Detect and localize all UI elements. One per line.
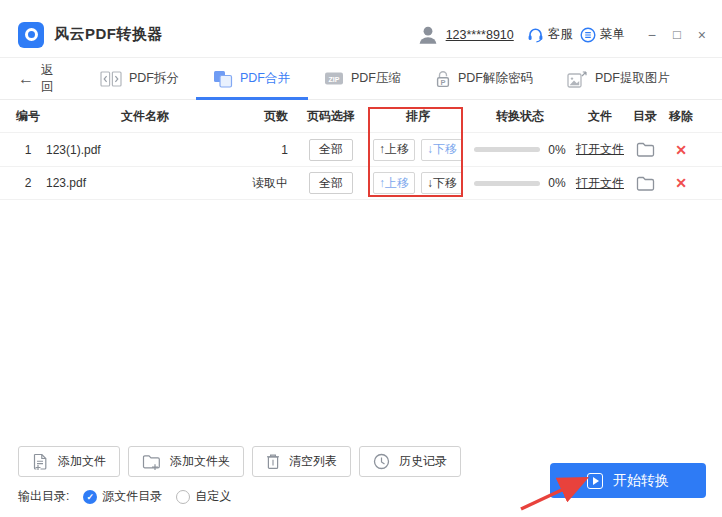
file-name: 123.pdf <box>42 176 248 190</box>
pdf-split-icon <box>100 71 122 87</box>
headset-icon <box>527 27 544 43</box>
sort-cell: ↑上移 ↓下移 <box>373 139 463 161</box>
file-table: 编号 文件名称 页数 页码选择 排序 转换状态 文件 目录 移除 1 123(1… <box>0 100 722 200</box>
table-row: 2 123.pdf 读取中 全部 ↑上移 ↓下移 0% 打开文件 ✕ <box>0 166 722 200</box>
pdf-zip-icon: ZIP <box>324 71 344 86</box>
table-row: 1 123(1).pdf 1 全部 ↑上移 ↓下移 0% 打开文件 ✕ <box>0 132 722 166</box>
back-button[interactable]: ← 返回 <box>18 62 58 96</box>
history-button[interactable]: 历史记录 <box>359 446 461 477</box>
tab-pdf-extract-images[interactable]: PDF提取图片 <box>567 58 670 99</box>
pdf-merge-icon <box>213 70 233 88</box>
col-header-sort: 排序 <box>406 108 430 125</box>
remove-button[interactable]: ✕ <box>675 175 687 191</box>
move-up-button[interactable]: ↑上移 <box>373 139 415 161</box>
file-name: 123(1).pdf <box>42 143 248 157</box>
tab-pdf-unlock-label: PDF解除密码 <box>458 70 533 87</box>
page-select-button[interactable]: 全部 <box>309 172 353 194</box>
minimize-button[interactable]: − <box>648 28 656 42</box>
progress-percent: 0% <box>548 176 565 190</box>
app-logo-icon <box>18 22 44 48</box>
radio-source-directory[interactable]: ✓ 源文件目录 <box>83 488 162 505</box>
svg-text:ZIP: ZIP <box>329 76 340 83</box>
open-file-link[interactable]: 打开文件 <box>576 141 624 158</box>
clear-list-button[interactable]: 清空列表 <box>252 446 351 477</box>
page-count: 读取中 <box>252 175 294 192</box>
add-folder-icon <box>142 454 161 470</box>
tab-pdf-unlock[interactable]: P PDF解除密码 <box>435 58 533 99</box>
folder-icon <box>636 176 655 191</box>
col-header-page-select: 页码选择 <box>307 108 355 125</box>
tab-pdf-compress-label: PDF压缩 <box>351 70 401 87</box>
conversion-status-cell: 0% <box>474 143 565 157</box>
add-folder-button[interactable]: 添加文件夹 <box>128 446 244 477</box>
unlock-icon: P <box>435 70 451 88</box>
radio-custom-directory[interactable]: 自定义 <box>176 488 231 505</box>
col-header-remove: 移除 <box>669 108 693 125</box>
tab-pdf-merge[interactable]: PDF合并 <box>213 58 290 99</box>
col-header-status: 转换状态 <box>496 108 544 125</box>
folder-icon <box>636 142 655 157</box>
open-directory-button[interactable] <box>636 142 655 157</box>
menu-button[interactable]: 菜单 <box>580 26 625 43</box>
trash-icon <box>266 453 280 470</box>
col-header-pages: 页数 <box>264 108 294 125</box>
bottom-toolbar: 添加文件 添加文件夹 清空列表 历史记录 <box>18 446 461 477</box>
conversion-status-cell: 0% <box>474 176 565 190</box>
progress-percent: 0% <box>548 143 565 157</box>
customer-service-button[interactable]: 客服 <box>527 26 573 43</box>
start-conversion-button[interactable]: 开始转换 <box>550 463 706 498</box>
col-header-file: 文件 <box>588 108 612 125</box>
tab-pdf-compress[interactable]: ZIP PDF压缩 <box>324 58 401 99</box>
tab-pdf-merge-label: PDF合并 <box>240 70 290 87</box>
move-down-button[interactable]: ↓下移 <box>421 172 463 194</box>
table-header-row: 编号 文件名称 页数 页码选择 排序 转换状态 文件 目录 移除 <box>0 100 722 132</box>
menu-label: 菜单 <box>600 26 625 43</box>
app-title: 风云PDF转换器 <box>54 25 163 44</box>
radio-unchecked-icon <box>176 490 190 504</box>
col-header-directory: 目录 <box>633 108 657 125</box>
tab-bar: ← 返回 PDF拆分 PDF合并 ZIP PDF压缩 P PDF解除密码 <box>0 58 722 100</box>
start-conversion-label: 开始转换 <box>613 472 669 490</box>
svg-text:P: P <box>440 77 445 86</box>
move-up-button[interactable]: ↑上移 <box>373 172 415 194</box>
progress-bar <box>474 181 540 186</box>
output-directory-row: 输出目录: ✓ 源文件目录 自定义 <box>18 488 231 505</box>
play-icon <box>587 473 603 489</box>
tab-pdf-split-label: PDF拆分 <box>129 70 179 87</box>
row-number: 1 <box>25 143 32 157</box>
open-directory-button[interactable] <box>636 176 655 191</box>
sort-cell: ↑上移 ↓下移 <box>373 172 463 194</box>
output-directory-label: 输出目录: <box>18 488 69 505</box>
app-window: 风云PDF转换器 123****8910 客服 菜单 − □ × <box>0 0 722 517</box>
history-label: 历史记录 <box>399 453 447 470</box>
menu-icon <box>580 27 596 43</box>
avatar-icon <box>417 24 439 46</box>
radio-source-directory-label: 源文件目录 <box>102 488 162 505</box>
extract-image-icon <box>567 70 588 88</box>
radio-checked-icon: ✓ <box>83 490 97 504</box>
radio-custom-directory-label: 自定义 <box>195 488 231 505</box>
add-file-icon <box>32 453 49 471</box>
clear-list-label: 清空列表 <box>289 453 337 470</box>
back-label: 返回 <box>41 62 58 96</box>
row-number: 2 <box>25 176 32 190</box>
window-controls: − □ × <box>648 28 706 42</box>
back-arrow-icon: ← <box>18 71 34 87</box>
add-file-label: 添加文件 <box>58 453 106 470</box>
add-file-button[interactable]: 添加文件 <box>18 446 120 477</box>
page-count: 1 <box>281 143 294 157</box>
col-header-no: 编号 <box>16 108 40 125</box>
col-header-filename: 文件名称 <box>121 108 169 125</box>
progress-bar <box>474 147 540 152</box>
clock-icon <box>373 453 390 470</box>
tab-pdf-split[interactable]: PDF拆分 <box>100 58 179 99</box>
tab-pdf-extract-images-label: PDF提取图片 <box>595 70 670 87</box>
close-button[interactable]: × <box>698 28 706 42</box>
page-select-button[interactable]: 全部 <box>309 139 353 161</box>
add-folder-label: 添加文件夹 <box>170 453 230 470</box>
remove-button[interactable]: ✕ <box>675 142 687 158</box>
user-id-link[interactable]: 123****8910 <box>446 28 514 42</box>
open-file-link[interactable]: 打开文件 <box>576 175 624 192</box>
move-down-button[interactable]: ↓下移 <box>421 139 463 161</box>
maximize-button[interactable]: □ <box>673 28 681 42</box>
